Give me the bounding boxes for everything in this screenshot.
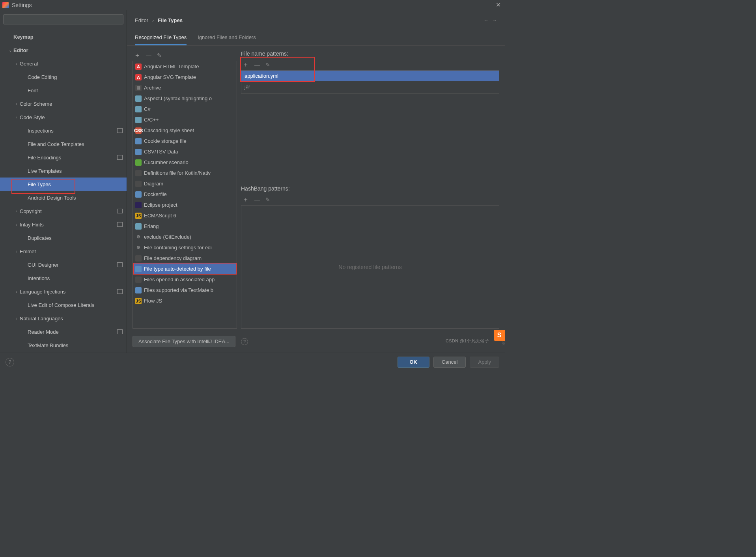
filetype-row[interactable]: AspectJ (syntax highlighting o (133, 93, 237, 104)
filetype-row[interactable]: ⚙File containing settings for edi (133, 242, 237, 253)
cancel-button[interactable]: Cancel (433, 357, 466, 368)
filetype-row[interactable]: C/C++ (133, 114, 237, 125)
apply-button[interactable]: Apply (470, 357, 499, 368)
sidebar-item-file-types[interactable]: File Types (0, 178, 127, 191)
sidebar-item-reader-mode[interactable]: Reader Mode (0, 325, 127, 338)
filetype-row[interactable]: Files supported via TextMate b (133, 285, 237, 295)
filetype-label: Dockerfile (144, 191, 167, 197)
sidebar-item-copyright[interactable]: ›Copyright (0, 204, 127, 218)
sidebar-item-color-scheme[interactable]: ›Color Scheme (0, 97, 127, 110)
filetype-label: Files supported via TextMate b (144, 287, 213, 293)
sidebar-item-font[interactable]: Font (0, 84, 127, 97)
sidebar-item-editor[interactable]: ⌄Editor (0, 43, 127, 57)
edit-icon[interactable]: ✎ (157, 52, 162, 58)
filetype-row[interactable]: CSV/TSV Data (133, 146, 237, 157)
sidebar-item-file-encodings[interactable]: File Encodings (0, 151, 127, 164)
sidebar-item-live-templates[interactable]: Live Templates (0, 164, 127, 178)
tab-recognized-file-types[interactable]: Recognized File Types (135, 30, 187, 45)
hashbang-list[interactable]: No registered file patterns (241, 205, 499, 329)
sidebar-item-code-editing[interactable]: Code Editing (0, 70, 127, 84)
filetype-row[interactable]: AAngular HTML Template (133, 61, 237, 72)
sidebar-item-live-edit-of-compose-literals[interactable]: Live Edit of Compose Literals (0, 298, 127, 312)
filetype-row[interactable]: Cookie storage file (133, 136, 237, 146)
nav-back-icon[interactable]: ← (483, 17, 489, 23)
sidebar-item-file-and-code-templates[interactable]: File and Code Templates (0, 137, 127, 151)
filetype-label: Cascading style sheet (144, 127, 194, 133)
filetype-row[interactable]: ⚙exclude (GitExclude) (133, 232, 237, 242)
sidebar-item-emmet[interactable]: ›Emmet (0, 245, 127, 258)
sidebar-item-android-design-tools[interactable]: Android Design Tools (0, 191, 127, 204)
sidebar-item-label: Font (28, 88, 38, 93)
sidebar-item-code-style[interactable]: ›Code Style (0, 110, 127, 124)
pattern-row[interactable]: jar (241, 81, 499, 92)
sidebar-item-label: Color Scheme (20, 101, 52, 107)
sidebar-item-intentions[interactable]: Intentions (0, 271, 127, 285)
add-icon[interactable]: ＋ (134, 51, 140, 60)
sidebar-item-keymap[interactable]: Keymap (0, 30, 127, 43)
sidebar-item-language-injections[interactable]: ›Language Injections (0, 285, 127, 298)
sidebar-item-inlay-hints[interactable]: ›Inlay Hints (0, 218, 127, 231)
search-input[interactable] (3, 14, 123, 24)
filetype-icon (135, 277, 142, 283)
filetype-row[interactable]: Diagram (133, 178, 237, 189)
sidebar-item-duplicates[interactable]: Duplicates (0, 231, 127, 245)
tab-ignored-files[interactable]: Ignored Files and Folders (198, 30, 256, 45)
close-icon[interactable]: ✕ (494, 1, 502, 9)
remove-icon[interactable]: — (146, 52, 151, 58)
project-badge-icon (117, 289, 123, 294)
help-icon[interactable]: ? (241, 338, 248, 345)
tab-bar: Recognized File Types Ignored Files and … (127, 30, 505, 46)
ok-button[interactable]: OK (398, 357, 430, 368)
sidebar-item-gui-designer[interactable]: GUI Designer (0, 258, 127, 271)
sidebar-item-label: Intentions (28, 275, 50, 281)
filetype-row[interactable]: Definitions file for Kotlin/Nativ (133, 168, 237, 178)
filetype-icon (135, 117, 142, 123)
filetype-label: CSV/TSV Data (144, 149, 178, 155)
filetype-row[interactable]: JSFlow JS (133, 295, 237, 306)
remove-icon[interactable]: — (254, 196, 260, 203)
filetypes-list[interactable]: AAngular HTML TemplateAAngular SVG Templ… (133, 61, 237, 329)
filetype-icon: JS (135, 298, 142, 304)
sidebar-item-textmate-bundles[interactable]: TextMate Bundles (0, 338, 127, 352)
project-badge-icon (117, 262, 123, 267)
pattern-label: application.yml (245, 73, 278, 79)
sidebar-item-label: General (20, 61, 38, 67)
sidebar-item-label: Editor (13, 47, 28, 53)
filetype-row[interactable]: Cucumber scenario (133, 157, 237, 168)
filetype-row[interactable]: CSSCascading style sheet (133, 125, 237, 136)
associate-file-types-button[interactable]: Associate File Types with IntelliJ IDEA.… (133, 336, 235, 347)
pattern-row[interactable]: application.yml (241, 71, 499, 81)
help-icon[interactable]: ? (6, 358, 14, 366)
filetype-label: C# (144, 106, 151, 112)
patterns-list[interactable]: application.ymljar (241, 70, 499, 94)
sidebar-item-inspections[interactable]: Inspections (0, 124, 127, 137)
settings-tree[interactable]: Keymap⌄Editor›GeneralCode EditingFont›Co… (0, 28, 127, 353)
remove-icon[interactable]: — (254, 62, 260, 68)
sidebar-item-label: Language Injections (20, 289, 65, 295)
nav-forward-icon[interactable]: → (492, 17, 497, 23)
filetype-row[interactable]: C# (133, 104, 237, 114)
filetype-label: Erlang (144, 223, 159, 229)
sidebar-item-label: Inlay Hints (20, 222, 44, 228)
filetype-label: Angular HTML Template (144, 64, 199, 69)
sidebar-item-label: Inspections (28, 128, 54, 134)
filetype-row[interactable]: ▦Archive (133, 82, 237, 93)
filetype-row[interactable]: Dockerfile (133, 189, 237, 200)
filetype-row[interactable]: JSECMAScript 6 (133, 210, 237, 221)
breadcrumb-root[interactable]: Editor (135, 17, 148, 23)
filetype-row[interactable]: File type auto-detected by file (133, 264, 237, 274)
hashbang-toolbar: ＋ — ✎ (241, 194, 499, 205)
filetype-row[interactable]: Erlang (133, 221, 237, 232)
add-icon[interactable]: ＋ (243, 61, 249, 69)
add-icon[interactable]: ＋ (243, 196, 249, 204)
sidebar-item-general[interactable]: ›General (0, 57, 127, 70)
filetype-row[interactable]: File dependency diagram (133, 253, 237, 264)
filetype-row[interactable]: Eclipse project (133, 200, 237, 210)
sidebar-item-natural-languages[interactable]: ›Natural Languages (0, 312, 127, 325)
filetype-row[interactable]: Files opened in associated app (133, 274, 237, 285)
project-badge-icon (117, 222, 123, 227)
filetype-row[interactable]: AAngular SVG Template (133, 72, 237, 82)
window-title: Settings (12, 2, 32, 8)
edit-icon[interactable]: ✎ (265, 62, 270, 68)
edit-icon[interactable]: ✎ (265, 196, 270, 203)
